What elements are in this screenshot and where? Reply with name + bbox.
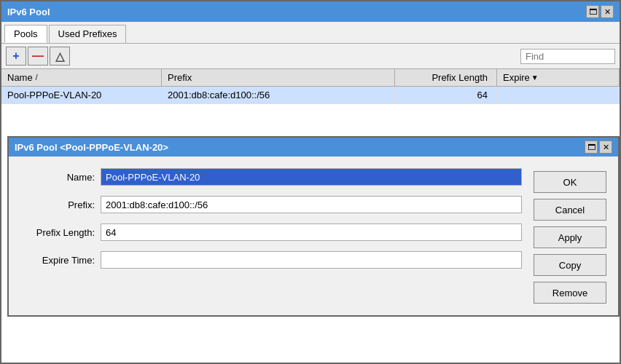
inner-window-controls: 🗖 ✕ (585, 141, 612, 154)
prefix-input[interactable] (101, 196, 522, 213)
cell-name: Pool-PPPoE-VLAN-20 (1, 87, 162, 103)
form-area: Name: Prefix: Prefix Length: Expire Time… (20, 168, 522, 304)
cell-prefix: 2001:db8:cafe:d100::/56 (162, 87, 395, 103)
inner-title-bar: IPv6 Pool <Pool-PPPoE-VLAN-20> 🗖 ✕ (9, 138, 618, 157)
inner-minimize-button[interactable]: 🗖 (585, 141, 598, 154)
cancel-button[interactable]: Cancel (534, 199, 606, 221)
prefix-length-input[interactable] (101, 223, 522, 241)
expire-time-row: Expire Time: (20, 251, 522, 269)
column-header-name: Name / (1, 69, 162, 86)
tab-used-prefixes[interactable]: Used Prefixes (49, 25, 127, 43)
outer-window-title: IPv6 Pool (7, 7, 50, 17)
outer-window-controls: 🗖 ✕ (586, 5, 614, 18)
expire-time-input[interactable] (101, 251, 522, 269)
column-header-prefix: Prefix (162, 69, 395, 86)
expire-time-label: Expire Time: (20, 255, 101, 266)
prefix-label: Prefix: (20, 199, 101, 210)
table-header: Name / Prefix Prefix Length Expire ▼ (1, 69, 620, 87)
prefix-row: Prefix: (20, 196, 522, 213)
column-header-prefix-length: Prefix Length (395, 69, 497, 86)
sort-arrow-icon: / (36, 74, 38, 82)
name-label: Name: (20, 172, 101, 183)
name-input[interactable] (101, 168, 522, 186)
inner-content: Name: Prefix: Prefix Length: Expire Time… (9, 157, 618, 315)
filter-button[interactable]: △ (50, 47, 70, 66)
cell-prefix-length: 64 (395, 87, 497, 103)
table-row[interactable]: Pool-PPPoE-VLAN-20 2001:db8:cafe:d100::/… (1, 87, 620, 104)
inner-window-title: IPv6 Pool <Pool-PPPoE-VLAN-20> (15, 142, 168, 153)
tabs-bar: Pools Used Prefixes (1, 22, 620, 44)
inner-window: IPv6 Pool <Pool-PPPoE-VLAN-20> 🗖 ✕ Name:… (7, 136, 620, 317)
outer-close-button[interactable]: ✕ (601, 5, 614, 18)
cell-expires (497, 87, 620, 103)
outer-title-bar: IPv6 Pool 🗖 ✕ (1, 1, 620, 22)
copy-button[interactable]: Copy (534, 254, 606, 276)
remove-button[interactable]: — (28, 47, 48, 66)
prefix-length-label: Prefix Length: (20, 227, 101, 238)
apply-button[interactable]: Apply (534, 226, 606, 248)
inner-close-button[interactable]: ✕ (599, 141, 612, 154)
prefix-length-row: Prefix Length: (20, 223, 522, 241)
search-input[interactable] (520, 49, 615, 64)
sort-down-icon: ▼ (531, 74, 539, 82)
outer-window: IPv6 Pool 🗖 ✕ Pools Used Prefixes + — △ … (0, 0, 621, 364)
add-button[interactable]: + (6, 47, 26, 66)
name-row: Name: (20, 168, 522, 186)
remove-button[interactable]: Remove (534, 282, 606, 304)
outer-minimize-button[interactable]: 🗖 (586, 5, 599, 18)
toolbar: + — △ (1, 44, 620, 69)
tab-pools[interactable]: Pools (4, 25, 47, 43)
ok-button[interactable]: OK (534, 171, 606, 193)
buttons-area: OK Cancel Apply Copy Remove (534, 168, 606, 304)
column-header-expires: Expire ▼ (497, 69, 620, 86)
